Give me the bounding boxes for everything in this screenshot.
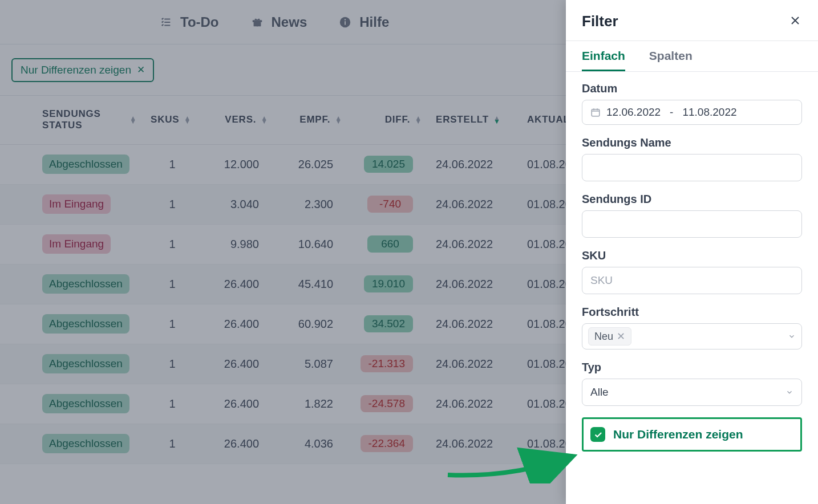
cell-skus: 1 xyxy=(144,184,201,224)
cell-skus: 1 xyxy=(144,304,201,344)
cell-skus: 1 xyxy=(144,424,201,464)
sort-icon: ▲▼ xyxy=(415,116,422,123)
col-empf[interactable]: EMPF.▲▼ xyxy=(275,96,349,144)
gift-icon xyxy=(251,16,264,29)
svg-rect-2 xyxy=(257,20,258,26)
nav-help[interactable]: Hilfe xyxy=(339,14,389,30)
progress-select[interactable]: Neu ✕ xyxy=(582,323,802,349)
status-badge: Abgeschlossen xyxy=(42,314,129,334)
list-icon xyxy=(160,16,172,29)
cell-skus: 1 xyxy=(144,224,201,264)
close-button[interactable] xyxy=(788,14,802,30)
cell-diff: 19.010 xyxy=(349,264,429,304)
tab-simple[interactable]: Einfach xyxy=(582,41,625,71)
status-badge: Im Eingang xyxy=(42,234,111,254)
only-differences-checkbox-row[interactable]: Nur Differenzen zeigen xyxy=(582,417,802,452)
nav-todo[interactable]: To-Do xyxy=(160,14,219,30)
cell-erstellt: 24.06.2022 xyxy=(429,424,520,464)
status-badge: Abgeschlossen xyxy=(42,155,129,174)
checkbox-label: Nur Differenzen zeigen xyxy=(613,428,743,441)
cell-vers: 26.400 xyxy=(201,424,275,464)
field-progress: Fortschritt Neu ✕ xyxy=(582,306,802,349)
field-shipment-name: Sendungs Name xyxy=(582,136,802,181)
progress-label: Fortschritt xyxy=(582,306,802,319)
svg-point-5 xyxy=(345,19,346,20)
tag-remove-icon[interactable]: ✕ xyxy=(617,330,625,343)
cell-empf: 4.036 xyxy=(275,424,349,464)
cell-erstellt: 24.06.2022 xyxy=(429,384,520,424)
type-value: Alle xyxy=(590,386,609,399)
check-icon xyxy=(593,430,603,440)
status-badge: Im Eingang xyxy=(42,194,111,214)
cell-vers: 26.400 xyxy=(201,344,275,384)
col-vers[interactable]: VERS.▲▼ xyxy=(201,96,275,144)
col-erstellt[interactable]: ERSTELLT▲▼ xyxy=(429,96,520,144)
cell-vers: 26.400 xyxy=(201,384,275,424)
col-diff[interactable]: DIFF.▲▼ xyxy=(349,96,429,144)
filter-panel: Filter Einfach Spalten Datum 12.06.2022 … xyxy=(566,0,818,504)
calendar-icon xyxy=(590,107,601,117)
cell-empf: 26.025 xyxy=(275,144,349,184)
cell-empf: 2.300 xyxy=(275,184,349,224)
shipment-id-label: Sendungs ID xyxy=(582,193,802,206)
status-badge: Abgeschlossen xyxy=(42,354,129,373)
cell-erstellt: 24.06.2022 xyxy=(429,304,520,344)
cell-diff: 660 xyxy=(349,224,429,264)
nav-news-label: News xyxy=(272,14,307,30)
tab-columns[interactable]: Spalten xyxy=(649,41,693,71)
cell-skus: 1 xyxy=(144,384,201,424)
cell-skus: 1 xyxy=(144,264,201,304)
sort-icon: ▲▼ xyxy=(261,116,268,123)
cell-vers: 3.040 xyxy=(201,184,275,224)
svg-rect-6 xyxy=(592,109,600,116)
cell-diff: -21.313 xyxy=(349,344,429,384)
cell-diff: -22.364 xyxy=(349,424,429,464)
date-sep: - xyxy=(670,106,673,119)
col-status[interactable]: SENDUNGS STATUS▲▼ xyxy=(35,96,144,144)
shipment-name-label: Sendungs Name xyxy=(582,136,802,149)
sort-icon: ▲▼ xyxy=(184,116,191,123)
field-sku: SKU xyxy=(582,249,802,294)
checkbox-checked[interactable] xyxy=(590,427,605,442)
chip-label: Nur Differenzen zeigen xyxy=(21,64,131,76)
cell-erstellt: 24.06.2022 xyxy=(429,184,520,224)
cell-skus: 1 xyxy=(144,344,201,384)
nav-help-label: Hilfe xyxy=(359,14,389,30)
type-select[interactable]: Alle xyxy=(582,379,802,406)
field-date: Datum 12.06.2022 - 11.08.2022 xyxy=(582,82,802,125)
shipment-name-input[interactable] xyxy=(582,154,802,181)
type-label: Typ xyxy=(582,361,802,374)
status-badge: Abgeschlossen xyxy=(42,274,129,294)
cell-vers: 9.980 xyxy=(201,224,275,264)
cell-empf: 60.902 xyxy=(275,304,349,344)
nav-news[interactable]: News xyxy=(251,14,307,30)
panel-body: Datum 12.06.2022 - 11.08.2022 Sendungs N… xyxy=(566,72,818,468)
sku-label: SKU xyxy=(582,249,802,262)
cell-diff: -24.578 xyxy=(349,384,429,424)
date-label: Datum xyxy=(582,82,802,95)
cell-vers: 26.400 xyxy=(201,264,275,304)
panel-title: Filter xyxy=(582,13,618,30)
date-from: 12.06.2022 xyxy=(606,106,661,119)
chip-remove-icon[interactable]: ✕ xyxy=(137,64,145,76)
cell-erstellt: 24.06.2022 xyxy=(429,264,520,304)
cell-erstellt: 24.06.2022 xyxy=(429,344,520,384)
panel-tabs: Einfach Spalten xyxy=(566,41,818,72)
cell-skus: 1 xyxy=(144,144,201,184)
sku-input[interactable] xyxy=(582,267,802,294)
sort-icon: ▲▼ xyxy=(493,116,501,123)
cell-vers: 12.000 xyxy=(201,144,275,184)
active-filter-chip[interactable]: Nur Differenzen zeigen ✕ xyxy=(11,58,154,82)
close-icon xyxy=(788,14,802,27)
nav-todo-label: To-Do xyxy=(180,14,219,30)
date-range-input[interactable]: 12.06.2022 - 11.08.2022 xyxy=(582,100,802,125)
progress-tag[interactable]: Neu ✕ xyxy=(588,327,631,346)
info-icon xyxy=(339,16,351,29)
sort-icon: ▲▼ xyxy=(129,116,137,123)
shipment-id-input[interactable] xyxy=(582,210,802,238)
col-skus[interactable]: SKUS▲▼ xyxy=(144,96,201,144)
cell-erstellt: 24.06.2022 xyxy=(429,144,520,184)
cell-empf: 10.640 xyxy=(275,224,349,264)
date-to: 11.08.2022 xyxy=(682,106,736,119)
status-badge: Abgeschlossen xyxy=(42,394,129,413)
